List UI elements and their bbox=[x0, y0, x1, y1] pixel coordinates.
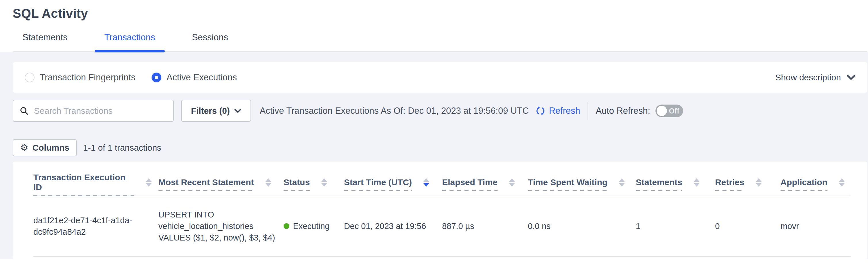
radio-selected-icon[interactable] bbox=[152, 73, 161, 82]
sort-icon-active-desc bbox=[423, 178, 429, 187]
view-options-card: Transaction Fingerprints Active Executio… bbox=[13, 62, 867, 93]
columns-button[interactable]: ⚙ Columns bbox=[13, 139, 77, 156]
toggle-knob bbox=[657, 106, 667, 116]
toggle-state-label: Off bbox=[669, 107, 679, 115]
refresh-icon bbox=[535, 106, 546, 116]
radio-transaction-fingerprints[interactable]: Transaction Fingerprints bbox=[25, 72, 135, 83]
time-spent-waiting-cell: 0.0 ns bbox=[528, 196, 636, 256]
transactions-table: Transaction Execution ID Most Recent Sta… bbox=[33, 162, 851, 257]
controls-row: Filters (0) Active Transaction Execution… bbox=[13, 100, 867, 122]
tab-statements[interactable]: Statements bbox=[13, 32, 78, 51]
refresh-button[interactable]: Refresh bbox=[535, 106, 580, 116]
view-mode-radio-group: Transaction Fingerprints Active Executio… bbox=[25, 72, 253, 83]
column-header-time-spent-waiting[interactable]: Time Spent Waiting bbox=[528, 162, 636, 196]
column-header-status[interactable]: Status bbox=[284, 162, 344, 196]
sort-icon bbox=[839, 178, 845, 187]
elapsed-time-cell: 887.0 µs bbox=[442, 196, 528, 256]
search-icon bbox=[20, 106, 29, 115]
table-row: da1f21e2-de71-4c1f-a1da-dc9fc94a84a2 UPS… bbox=[33, 196, 851, 256]
tab-transactions[interactable]: Transactions bbox=[95, 32, 165, 51]
page-header: SQL Activity Statements Transactions Ses… bbox=[0, 0, 868, 52]
table-header-row: Transaction Execution ID Most Recent Sta… bbox=[33, 162, 851, 196]
auto-refresh-label: Auto Refresh: bbox=[596, 106, 650, 116]
column-header-retries[interactable]: Retries bbox=[715, 162, 780, 196]
radio-unselected-icon[interactable] bbox=[25, 73, 34, 82]
search-input[interactable] bbox=[34, 106, 167, 116]
column-header-statements[interactable]: Statements bbox=[636, 162, 715, 196]
tab-bar: Statements Transactions Sessions bbox=[13, 32, 867, 52]
status-executing-dot bbox=[284, 223, 289, 229]
search-box[interactable] bbox=[13, 100, 174, 122]
column-header-start-time[interactable]: Start Time (UTC) bbox=[344, 162, 442, 196]
page-title: SQL Activity bbox=[13, 6, 868, 21]
sort-icon bbox=[509, 178, 515, 187]
sort-icon bbox=[321, 178, 327, 187]
column-header-elapsed-time[interactable]: Elapsed Time bbox=[442, 162, 528, 196]
sort-icon bbox=[756, 178, 762, 187]
application-cell: movr bbox=[781, 196, 851, 256]
start-time-cell: Dec 01, 2023 at 19:56 bbox=[344, 196, 442, 256]
main-content: Transaction Fingerprints Active Executio… bbox=[0, 52, 868, 259]
active-tab-indicator bbox=[95, 50, 165, 52]
filters-button[interactable]: Filters (0) bbox=[181, 100, 251, 122]
tab-sessions[interactable]: Sessions bbox=[182, 32, 238, 51]
chevron-down-icon bbox=[847, 75, 855, 80]
column-header-application[interactable]: Application bbox=[781, 162, 851, 196]
vertical-divider bbox=[588, 102, 588, 120]
sort-icon bbox=[266, 178, 271, 187]
chevron-down-icon bbox=[235, 109, 241, 113]
transactions-table-card: Transaction Execution ID Most Recent Sta… bbox=[13, 162, 867, 260]
sort-icon bbox=[619, 178, 625, 187]
sort-icon bbox=[146, 178, 152, 187]
sort-icon bbox=[694, 178, 700, 187]
statements-count-cell: 1 bbox=[636, 196, 715, 256]
results-toolbar: ⚙ Columns 1-1 of 1 transactions bbox=[13, 139, 867, 156]
transaction-execution-id-link[interactable]: da1f21e2-de71-4c1f-a1da-dc9fc94a84a2 bbox=[33, 216, 132, 237]
column-header-transaction-execution-id[interactable]: Transaction Execution ID bbox=[33, 162, 158, 196]
most-recent-statement-cell: UPSERT INTO vehicle_location_histories V… bbox=[158, 196, 284, 256]
retries-cell: 0 bbox=[715, 196, 780, 256]
gear-icon: ⚙ bbox=[20, 143, 29, 152]
status-label: Executing bbox=[293, 220, 330, 232]
radio-active-executions[interactable]: Active Executions bbox=[152, 72, 237, 83]
show-description-toggle[interactable]: Show description bbox=[775, 73, 855, 82]
as-of-timestamp: Active Transaction Executions As Of: Dec… bbox=[260, 106, 529, 116]
auto-refresh-toggle[interactable]: Off bbox=[655, 105, 683, 117]
column-header-most-recent-statement[interactable]: Most Recent Statement bbox=[158, 162, 284, 196]
status-cell: Executing bbox=[284, 196, 344, 256]
results-count: 1-1 of 1 transactions bbox=[83, 143, 161, 153]
